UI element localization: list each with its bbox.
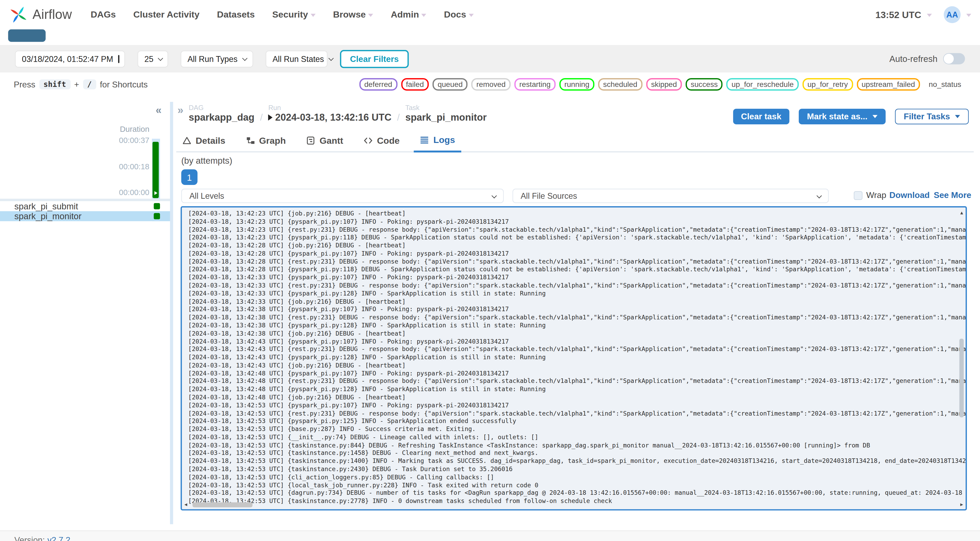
- state-badge[interactable]: scheduled: [598, 78, 642, 91]
- breadcrumb-dag[interactable]: DAG sparkapp_dag: [189, 103, 255, 123]
- airflow-logo[interactable]: Airflow: [9, 5, 72, 24]
- run-types-select[interactable]: All Run Types: [181, 50, 253, 67]
- auto-refresh-control: Auto-refresh: [889, 53, 965, 64]
- log-line: [2024-03-18, 13:42:53 UTC] {base.py:287}…: [188, 426, 966, 434]
- nav-datasets[interactable]: Datasets: [217, 9, 255, 19]
- log-line: [2024-03-18, 13:42:33 UTC] {pyspark_pi.p…: [188, 274, 966, 282]
- footer: Version:v2.7.2: [0, 530, 980, 541]
- nav-browse[interactable]: Browse: [333, 9, 373, 19]
- nav-security[interactable]: Security: [272, 9, 315, 19]
- nav-admin[interactable]: Admin: [391, 9, 426, 19]
- chevron-down-icon: [329, 56, 334, 61]
- state-badge[interactable]: skipped: [646, 78, 682, 91]
- tab-gantt[interactable]: Gantt: [300, 132, 349, 151]
- tab-details[interactable]: Details: [176, 132, 232, 151]
- collapse-sidebar-icon[interactable]: «: [156, 104, 161, 117]
- run-play-icon: [268, 114, 272, 121]
- grid-divider: [0, 199, 171, 201]
- page-size-select[interactable]: 25: [137, 50, 168, 67]
- filter-bar: 03/18/2024, 01:52:47 PM 25 All Run Types…: [0, 45, 980, 72]
- nav-dags[interactable]: DAGs: [91, 9, 116, 19]
- warning-triangle-icon: [183, 136, 191, 145]
- scrolled-partial-button[interactable]: [8, 30, 46, 42]
- state-badge[interactable]: success: [686, 78, 723, 91]
- log-line: [2024-03-18, 13:42:23 UTC] {job.py:216} …: [188, 210, 966, 218]
- log-line: [2024-03-18, 13:42:33 UTC] {pyspark_pi.p…: [188, 290, 966, 298]
- horizontal-scrollbar-thumb[interactable]: [192, 503, 253, 508]
- log-line: [2024-03-18, 13:42:53 UTC] {taskinstance…: [188, 458, 966, 466]
- log-line: [2024-03-18, 13:42:23 UTC] {pyspark_pi.p…: [188, 218, 966, 226]
- manual-run-play-icon: [154, 191, 158, 195]
- tab-graph[interactable]: Graph: [240, 132, 292, 151]
- state-badge[interactable]: removed: [471, 78, 511, 91]
- mark-state-button[interactable]: Mark state as...: [799, 109, 885, 124]
- detail-tabs: Details Graph Gantt Code Logs: [176, 132, 974, 153]
- clear-task-button[interactable]: Clear task: [733, 109, 789, 124]
- airflow-pinwheel-icon: [9, 5, 28, 24]
- run-duration-bar[interactable]: [153, 142, 159, 198]
- graph-icon: [246, 136, 255, 145]
- state-badge[interactable]: restarting: [514, 78, 555, 91]
- chevron-down-icon[interactable]: [966, 14, 971, 17]
- scroll-left-icon[interactable]: ◂: [185, 502, 188, 507]
- state-badge[interactable]: deferred: [360, 78, 398, 91]
- chevron-down-icon: [816, 193, 822, 198]
- calendar-icon[interactable]: [118, 55, 119, 63]
- breadcrumb-task[interactable]: Task spark_pi_monitor: [405, 103, 487, 123]
- log-line: [2024-03-18, 13:42:38 UTC] {job.py:216} …: [188, 330, 966, 338]
- vertical-scrollbar-thumb[interactable]: [959, 339, 964, 417]
- state-badge[interactable]: running: [559, 78, 594, 91]
- tab-logs[interactable]: Logs: [414, 132, 461, 153]
- state-badge[interactable]: up_for_retry: [802, 78, 853, 91]
- task-actions: Clear task Mark state as... Filter Tasks: [733, 109, 969, 124]
- wrap-checkbox[interactable]: [854, 191, 862, 200]
- duration-axis-label: Duration: [0, 125, 150, 134]
- auto-refresh-toggle[interactable]: [943, 53, 965, 64]
- nav-cluster-activity[interactable]: Cluster Activity: [134, 9, 200, 19]
- log-line: [2024-03-18, 13:42:43 UTC] {rest.py:231}…: [188, 346, 966, 354]
- log-line: [2024-03-18, 13:42:43 UTC] {pyspark_pi.p…: [188, 338, 966, 346]
- duration-tick: 00:00:37: [0, 136, 150, 145]
- nav-docs[interactable]: Docs: [444, 9, 474, 19]
- scroll-up-icon[interactable]: ▴: [960, 210, 963, 215]
- log-line: [2024-03-18, 13:42:43 UTC] {job.py:216} …: [188, 362, 966, 370]
- task-row-spark-pi-monitor[interactable]: spark_pi_monitor: [0, 211, 171, 221]
- log-line: [2024-03-18, 13:42:38 UTC] {pyspark_pi.p…: [188, 306, 966, 314]
- clear-filters-button[interactable]: Clear Filters: [340, 50, 409, 68]
- file-source-select[interactable]: All File Sources: [512, 189, 829, 203]
- chevron-down-icon: [242, 56, 247, 61]
- run-states-select[interactable]: All Run States: [266, 50, 328, 67]
- log-panel[interactable]: [2024-03-18, 13:42:23 UTC] {job.py:216} …: [181, 206, 967, 511]
- see-more-link[interactable]: See More: [934, 191, 971, 200]
- state-badge[interactable]: failed: [401, 78, 429, 91]
- date-filter-input[interactable]: 03/18/2024, 01:52:47 PM: [15, 50, 125, 67]
- attempt-1-button[interactable]: 1: [181, 169, 197, 185]
- chevron-down-icon[interactable]: [927, 14, 932, 17]
- expand-panel-icon[interactable]: »: [178, 104, 183, 117]
- task-row-spark-pi-submit[interactable]: spark_pi_submit: [0, 201, 171, 211]
- log-line: [2024-03-18, 13:42:23 UTC] {rest.py:231}…: [188, 226, 966, 234]
- breadcrumb-run[interactable]: Run 2024-03-18, 13:42:16 UTC: [268, 103, 391, 123]
- version-label: Version:: [14, 535, 45, 541]
- utc-clock[interactable]: 13:52 UTC: [875, 9, 921, 20]
- task-state-square-success[interactable]: [154, 213, 160, 220]
- state-badge[interactable]: no_status: [924, 78, 966, 91]
- filter-tasks-button[interactable]: Filter Tasks: [895, 109, 969, 124]
- tab-code[interactable]: Code: [358, 132, 406, 151]
- avatar[interactable]: AA: [944, 6, 961, 22]
- log-line: [2024-03-18, 13:42:53 UTC] {pyspark_pi.p…: [188, 417, 966, 425]
- download-link[interactable]: Download: [889, 191, 930, 200]
- state-badge[interactable]: upstream_failed: [857, 78, 920, 91]
- wrap-control[interactable]: Wrap: [854, 191, 886, 200]
- log-line: [2024-03-18, 13:42:33 UTC] {job.py:216} …: [188, 298, 966, 306]
- state-badge[interactable]: queued: [433, 78, 468, 91]
- panel-divider[interactable]: [170, 102, 173, 524]
- version-link[interactable]: v2.7.2: [47, 535, 70, 541]
- state-badge[interactable]: up_for_reschedule: [726, 78, 799, 91]
- log-line: [2024-03-18, 13:42:53 UTC] {taskinstance…: [188, 497, 966, 505]
- state-legend: deferredfailedqueuedremovedrestartingrun…: [360, 78, 966, 91]
- task-state-square-success[interactable]: [154, 203, 160, 209]
- log-level-select[interactable]: All Levels: [181, 189, 504, 203]
- chevron-down-icon: [422, 14, 426, 17]
- scroll-right-icon[interactable]: ▸: [960, 502, 963, 507]
